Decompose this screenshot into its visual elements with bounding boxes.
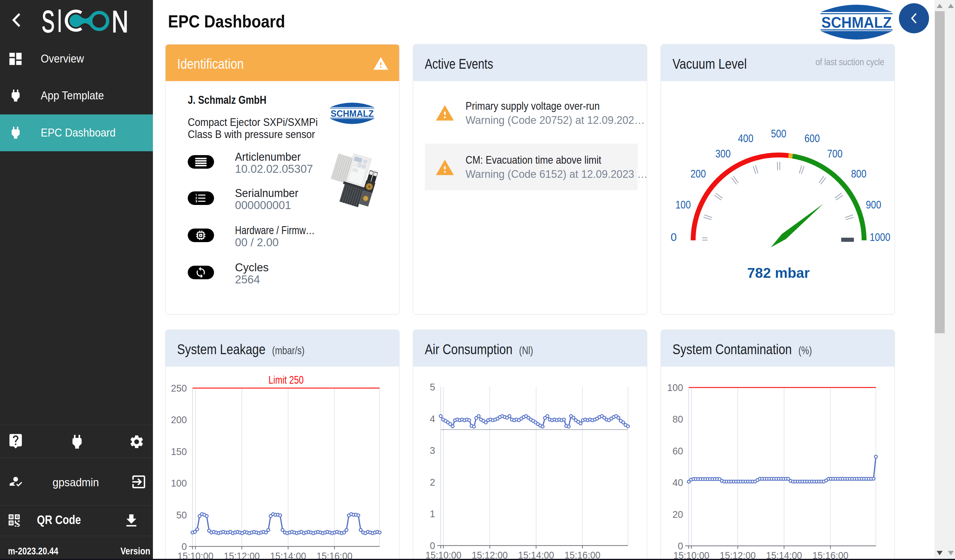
svg-text:200: 200 (690, 168, 706, 180)
svg-text:15:16:00: 15:16:00 (564, 549, 600, 560)
svg-text:0: 0 (671, 231, 677, 243)
svg-text:100: 100 (171, 477, 187, 489)
svg-text:3: 3 (430, 445, 435, 456)
svg-text:250: 250 (171, 382, 187, 394)
svg-text:SCHMALZ: SCHMALZ (330, 108, 374, 119)
svg-text:100: 100 (667, 382, 683, 393)
svg-text:S: S (42, 6, 55, 35)
svg-text:15:10:00: 15:10:00 (426, 549, 462, 560)
svg-text:SCHMALZ: SCHMALZ (822, 14, 892, 31)
svg-text:N: N (111, 6, 128, 35)
svg-text:800: 800 (851, 168, 866, 180)
svg-text:1000: 1000 (870, 231, 890, 243)
svg-text:Limit 250: Limit 250 (269, 374, 304, 386)
svg-text:2: 2 (430, 477, 435, 488)
svg-text:15:12:00: 15:12:00 (472, 549, 508, 560)
svg-text:80: 80 (673, 413, 683, 425)
svg-text:1: 1 (430, 508, 435, 519)
svg-text:4: 4 (430, 413, 435, 424)
svg-text:782 mbar: 782 mbar (747, 265, 810, 281)
svg-text:15:14:00: 15:14:00 (518, 549, 554, 560)
svg-text:15:14:00: 15:14:00 (766, 550, 802, 560)
svg-text:15:10:00: 15:10:00 (673, 550, 709, 560)
svg-text:700: 700 (827, 148, 842, 160)
svg-text:300: 300 (715, 148, 731, 160)
svg-text:400: 400 (738, 133, 753, 145)
svg-text:50: 50 (176, 509, 187, 521)
svg-text:20: 20 (673, 509, 683, 520)
svg-text:500: 500 (771, 128, 786, 140)
svg-text:600: 600 (805, 133, 820, 145)
svg-text:5: 5 (430, 381, 435, 393)
svg-text:900: 900 (866, 199, 881, 211)
svg-text:15:16:00: 15:16:00 (813, 550, 849, 560)
svg-text:150: 150 (171, 446, 187, 457)
svg-text:100: 100 (675, 199, 691, 211)
svg-text:15:12:00: 15:12:00 (720, 550, 756, 560)
svg-text:200: 200 (171, 414, 187, 425)
svg-text:60: 60 (673, 445, 683, 457)
svg-text:40: 40 (673, 477, 683, 488)
